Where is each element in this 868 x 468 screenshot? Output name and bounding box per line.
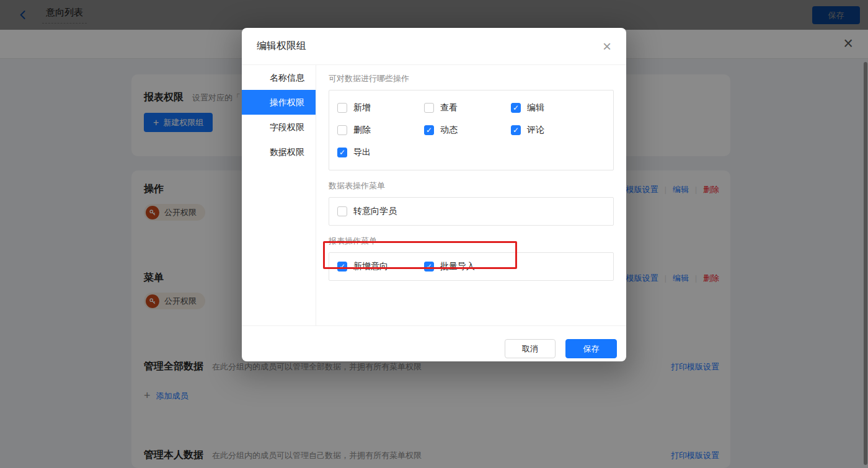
checkbox-item-activity[interactable]: ✓ 动态 [424,119,511,141]
modal-footer: 取消 保存 [242,325,626,361]
checkbox-edit[interactable]: ✓ [511,103,521,113]
checkbox-comment[interactable]: ✓ [511,125,521,135]
save-button[interactable]: 保存 [565,339,617,358]
tab-field-permission[interactable]: 字段权限 [242,115,316,139]
checkbox-view[interactable]: ✓ [424,103,434,113]
table-menu-box: ✓ 转意向学员 [329,197,614,226]
checkbox-item-view[interactable]: ✓ 查看 [424,97,511,119]
cancel-button[interactable]: 取消 [505,339,556,358]
modal-title: 编辑权限组 [257,40,306,53]
check-icon: ✓ [339,149,345,156]
edit-permission-group-modal: 编辑权限组 × 名称信息 操作权限 字段权限 数据权限 可对数据进行哪些操作 ✓… [242,28,626,361]
checkbox-item-batch-import[interactable]: ✓ 批量导入 [424,255,511,278]
checkbox-export[interactable]: ✓ [337,148,347,157]
data-ops-box: ✓ 新增 ✓ 查看 ✓ 编辑 ✓ 删除 ✓ 动态 [329,90,614,170]
checkbox-add-intent[interactable]: ✓ [337,262,347,272]
modal-header: 编辑权限组 × [242,28,626,65]
check-icon: ✓ [426,263,432,270]
checkbox-item-add-intent[interactable]: ✓ 新增意向 [337,255,424,278]
tab-operation-permission[interactable]: 操作权限 [242,90,316,115]
checkbox-activity[interactable]: ✓ [424,125,434,135]
check-icon: ✓ [426,126,432,134]
tab-data-permission[interactable]: 数据权限 [242,139,316,164]
checkbox-add[interactable]: ✓ [337,103,347,113]
check-icon: ✓ [513,104,519,112]
report-menu-box: ✓ 新增意向 ✓ 批量导入 [329,252,614,281]
checkbox-item-comment[interactable]: ✓ 评论 [511,119,598,141]
check-icon: ✓ [339,263,345,270]
checkbox-delete[interactable]: ✓ [337,125,347,135]
section-label-table-menu: 数据表操作菜单 [329,180,614,192]
tab-name-info[interactable]: 名称信息 [242,65,316,90]
check-icon: ✓ [513,126,519,134]
section-label-report-menu: 报表操作菜单 [329,236,614,247]
modal-body: 名称信息 操作权限 字段权限 数据权限 可对数据进行哪些操作 ✓ 新增 ✓ 查看… [242,65,626,325]
checkbox-batch-import[interactable]: ✓ [424,262,434,272]
section-label-data-ops: 可对数据进行哪些操作 [329,73,614,84]
checkbox-transfer-student[interactable]: ✓ [337,206,347,216]
modal-close-icon[interactable]: × [603,39,611,54]
checkbox-item-edit[interactable]: ✓ 编辑 [511,97,598,119]
modal-content: 可对数据进行哪些操作 ✓ 新增 ✓ 查看 ✓ 编辑 ✓ 删除 [316,65,626,325]
modal-sidebar: 名称信息 操作权限 字段权限 数据权限 [242,65,316,325]
checkbox-item-add[interactable]: ✓ 新增 [337,97,424,119]
checkbox-item-export[interactable]: ✓ 导出 [337,141,424,164]
checkbox-item-transfer-student[interactable]: ✓ 转意向学员 [337,200,424,223]
checkbox-item-delete[interactable]: ✓ 删除 [337,119,424,141]
